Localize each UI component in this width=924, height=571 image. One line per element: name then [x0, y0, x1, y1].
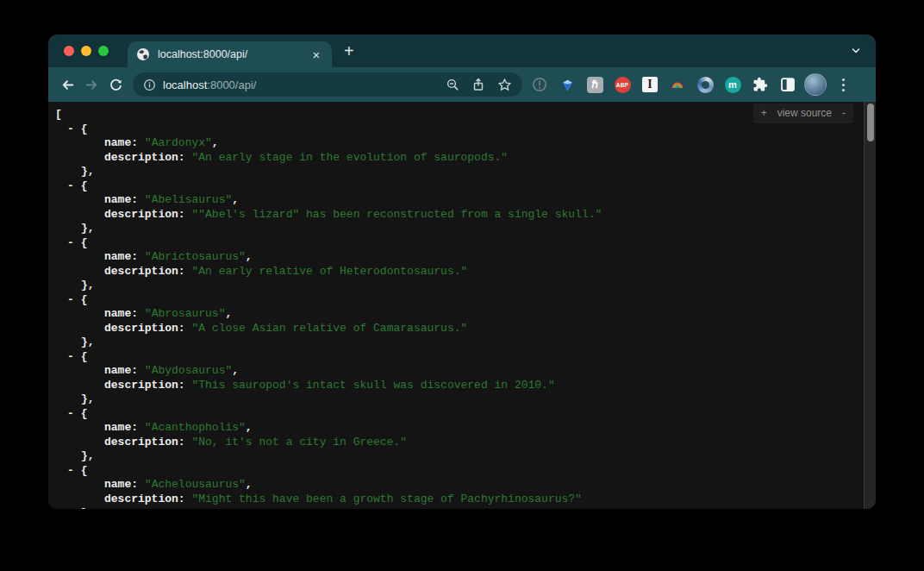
- back-icon[interactable]: [55, 72, 79, 97]
- scrollbar-thumb[interactable]: [867, 104, 874, 141]
- json-line: },: [48, 165, 876, 179]
- json-content: [- {name: "Aardonyx",description: "An ea…: [48, 102, 876, 509]
- json-key-name: name:: [104, 478, 138, 491]
- json-line: }: [48, 506, 876, 509]
- tab-title: localhost:8000/api/: [158, 48, 309, 60]
- side-panel-icon[interactable]: [774, 71, 802, 98]
- json-line: },: [48, 449, 876, 464]
- json-object-brace: {: [81, 464, 88, 477]
- json-object-brace: {: [81, 293, 88, 306]
- json-string-name-value: "Abydosaurus": [145, 364, 232, 377]
- minimize-window-button[interactable]: [81, 46, 91, 56]
- close-window-button[interactable]: [64, 46, 74, 56]
- json-comma: ,: [246, 478, 253, 491]
- json-object-brace: {: [81, 236, 88, 249]
- json-object-brace: {: [81, 179, 88, 192]
- json-line: name: "Abrosaurus",: [48, 307, 876, 322]
- json-line: },: [48, 279, 876, 293]
- tab-close-icon[interactable]: ×: [309, 48, 323, 61]
- info-extension-icon[interactable]: [526, 71, 553, 98]
- new-tab-button[interactable]: +: [344, 42, 354, 60]
- json-line: description: "A close Asian relative of …: [48, 322, 876, 336]
- json-object-brace: {: [81, 407, 88, 420]
- desktop-background: localhost:8000/api/ × +: [0, 0, 924, 571]
- json-line: - {: [48, 407, 876, 422]
- json-line: name: "Abelisaurus",: [48, 193, 876, 208]
- json-line: description: "This sauropod's intact sku…: [48, 379, 876, 393]
- tab-localhost[interactable]: localhost:8000/api/ ×: [128, 41, 332, 67]
- gem-extension-icon[interactable]: [553, 71, 581, 98]
- collapse-toggle[interactable]: -: [67, 122, 74, 135]
- bookmark-star-icon[interactable]: [497, 78, 512, 92]
- collapse-toggle[interactable]: -: [67, 350, 74, 363]
- json-key-name: name:: [104, 136, 138, 149]
- json-object-close: },: [81, 222, 95, 235]
- json-line: - {: [48, 179, 876, 194]
- collapse-all-button[interactable]: -: [842, 106, 846, 121]
- json-line: name: "Achelousaurus",: [48, 478, 876, 493]
- collapse-toggle[interactable]: -: [67, 407, 74, 420]
- url-path: :8000/api/: [207, 78, 256, 91]
- browser-toolbar: localhost:8000/api/: [48, 67, 876, 102]
- zoom-indicator-icon[interactable]: [446, 78, 459, 91]
- collapse-toggle[interactable]: -: [67, 293, 74, 306]
- zoom-window-button[interactable]: [98, 46, 109, 56]
- adblock-plus-extension-icon[interactable]: ABP: [609, 71, 636, 98]
- globe-favicon-icon: [136, 47, 150, 61]
- json-comma: ,: [225, 307, 232, 320]
- json-object-close: },: [81, 336, 95, 348]
- address-bar[interactable]: localhost:8000/api/: [133, 72, 522, 97]
- json-line: name: "Acanthopholis",: [48, 421, 876, 436]
- rainbow-extension-icon[interactable]: [664, 71, 691, 98]
- menu-icon[interactable]: [829, 71, 857, 98]
- hbar-extension-icon[interactable]: ℏ: [581, 71, 609, 98]
- profile-avatar[interactable]: [802, 71, 829, 98]
- traffic-lights: [64, 46, 109, 56]
- url-text[interactable]: localhost:8000/api/: [163, 78, 434, 91]
- json-key-name: name:: [104, 421, 138, 434]
- json-key-description: description:: [104, 436, 185, 449]
- json-string-description-value: ""Abel's lizard" has been reconstructed …: [191, 208, 602, 221]
- instapaper-extension-icon[interactable]: I: [636, 71, 664, 98]
- collapse-toggle[interactable]: -: [67, 179, 74, 192]
- view-source-button[interactable]: view source: [777, 106, 832, 121]
- json-line: name: "Aardonyx",: [48, 136, 876, 151]
- json-object-close: },: [81, 165, 95, 178]
- json-comma: ,: [232, 364, 239, 377]
- json-line: description: "An early relative of Heter…: [48, 265, 876, 279]
- json-line: description: "Might this have been a gro…: [48, 493, 876, 507]
- extensions-puzzle-icon[interactable]: [746, 71, 774, 98]
- scrollbar-track[interactable]: [864, 102, 876, 509]
- json-line: description: ""Abel's lizard" has been r…: [48, 208, 876, 223]
- json-string-description-value: "An early relative of Heterodontosaurus.…: [191, 265, 467, 278]
- json-key-name: name:: [104, 193, 138, 206]
- json-string-description-value: "This sauropod's intact skull was discov…: [191, 379, 554, 392]
- json-object-close: }: [81, 506, 88, 509]
- json-key-name: name:: [104, 364, 138, 377]
- json-line: - {: [48, 464, 876, 479]
- browser-window: localhost:8000/api/ × +: [48, 35, 876, 509]
- json-comma: ,: [246, 250, 253, 263]
- json-string-description-value: "Might this have been a growth stage of …: [191, 493, 581, 505]
- json-string-description-value: "A close Asian relative of Camarasaurus.…: [191, 322, 467, 335]
- reload-icon[interactable]: [103, 72, 128, 97]
- collapse-toggle[interactable]: -: [67, 236, 74, 249]
- json-object-close: },: [81, 449, 95, 462]
- share-icon[interactable]: [471, 78, 485, 91]
- collapse-toggle[interactable]: -: [67, 464, 74, 477]
- tab-search-chevron-icon[interactable]: [850, 45, 862, 57]
- json-line: },: [48, 222, 876, 236]
- m-extension-icon[interactable]: m: [719, 71, 746, 98]
- json-line: - {: [48, 293, 876, 308]
- json-comma: ,: [212, 136, 219, 149]
- expand-all-button[interactable]: +: [761, 106, 767, 121]
- page-info-icon[interactable]: [143, 78, 156, 91]
- extensions-area: ℏ ABP I m: [526, 71, 857, 98]
- page-content: [- {name: "Aardonyx",description: "An ea…: [48, 102, 876, 509]
- json-string-name-value: "Abelisaurus": [145, 193, 232, 206]
- json-array-bracket: [: [55, 108, 62, 121]
- json-line: },: [48, 336, 876, 350]
- forward-icon[interactable]: [79, 72, 103, 97]
- tab-strip: localhost:8000/api/ × +: [48, 35, 876, 67]
- swirl-extension-icon[interactable]: [691, 71, 719, 98]
